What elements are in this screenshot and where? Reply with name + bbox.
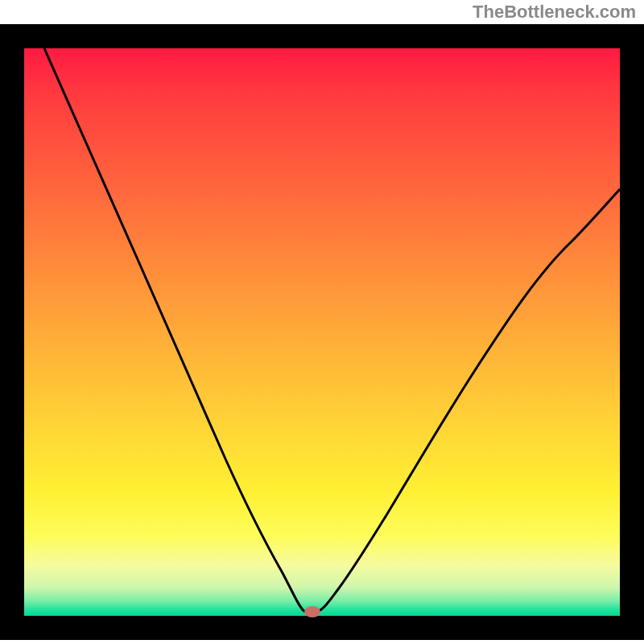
image-root: TheBottleneck.com bbox=[0, 0, 644, 644]
watermark-text: TheBottleneck.com bbox=[473, 2, 636, 23]
bottleneck-curve bbox=[24, 48, 620, 616]
curve-path bbox=[44, 48, 620, 612]
optimal-marker bbox=[304, 606, 320, 617]
chart-frame bbox=[0, 24, 644, 640]
